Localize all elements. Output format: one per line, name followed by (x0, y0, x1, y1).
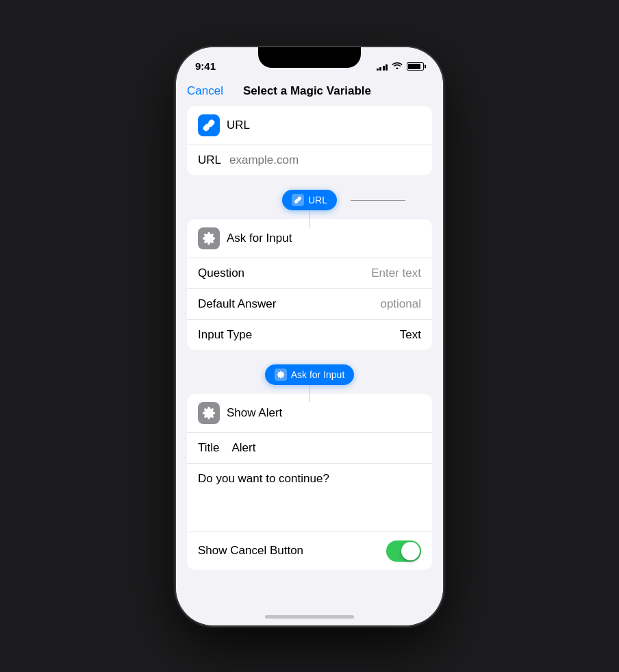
status-time: 9:41 (195, 60, 216, 72)
url-input-row: URL (187, 145, 432, 175)
cancel-button[interactable]: Cancel (187, 84, 223, 98)
phone-screen: 9:41 (176, 47, 443, 625)
toggle-thumb (401, 542, 420, 560)
show-cancel-button-label: Show Cancel Button (198, 544, 303, 558)
battery-fill (408, 64, 420, 69)
notch (258, 47, 361, 68)
wifi-icon (392, 61, 403, 71)
page-title: Select a Magic Variable (223, 84, 391, 98)
show-alert-title: Show Alert (227, 406, 282, 420)
battery-icon (407, 62, 424, 71)
default-answer-label: Default Answer (198, 297, 276, 311)
alert-title-row: Title Alert (187, 433, 432, 464)
url-card: URL URL (187, 106, 432, 175)
question-placeholder: Enter text (371, 266, 421, 280)
url-card-title: URL (227, 119, 250, 132)
phone-frame: 9:41 (176, 47, 443, 625)
link-icon (202, 119, 216, 132)
scroll-content[interactable]: URL URL (176, 106, 443, 625)
show-cancel-button-toggle[interactable] (386, 540, 421, 562)
status-icons (377, 61, 425, 71)
show-alert-card: Show Alert Title Alert Do you want to co… (187, 394, 432, 570)
alert-gear-icon (202, 406, 216, 420)
url-card-header: URL (187, 106, 432, 145)
ask-magic-var-container: Ask for Input (187, 361, 432, 388)
url-card-icon-badge (198, 114, 220, 136)
connector-line-right (351, 200, 405, 201)
ask-for-input-title: Ask for Input (227, 232, 292, 245)
gear-icon (202, 232, 216, 245)
question-label: Question (198, 266, 244, 280)
signal-bar-3 (383, 66, 385, 71)
url-bubble-label: URL (308, 195, 327, 206)
ask-magic-bubble[interactable]: Ask for Input (265, 364, 355, 385)
default-answer-row: Default Answer optional (187, 289, 432, 320)
show-alert-icon-badge (198, 402, 220, 424)
signal-bars-icon (377, 62, 388, 71)
input-type-row: Input Type Text (187, 320, 432, 350)
url-input[interactable] (229, 153, 421, 167)
input-type-label: Input Type (198, 328, 252, 342)
ask-for-input-card: Ask for Input Question Enter text Defaul… (187, 219, 432, 350)
show-cancel-button-row: Show Cancel Button (187, 532, 432, 570)
url-magic-var-container: URL (187, 186, 432, 214)
nav-bar: Cancel Select a Magic Variable (176, 82, 443, 106)
url-magic-bubble[interactable]: URL (282, 190, 337, 210)
url-bubble-icon (292, 194, 304, 206)
signal-bar-1 (377, 69, 379, 71)
ask-bubble-icon (275, 369, 287, 381)
ask-for-input-icon-badge (198, 227, 220, 249)
default-answer-placeholder: optional (380, 297, 421, 311)
url-label: URL (198, 153, 221, 167)
signal-bar-4 (386, 64, 388, 71)
alert-title-value: Alert (232, 441, 256, 455)
question-row: Question Enter text (187, 258, 432, 289)
alert-title-label: Title (198, 441, 220, 455)
home-indicator (265, 615, 354, 619)
signal-bar-2 (379, 67, 381, 71)
alert-message-row: Do you want to continue? (187, 464, 432, 532)
ask-bubble-label: Ask for Input (291, 369, 345, 380)
alert-message-text: Do you want to continue? (198, 472, 329, 485)
input-type-value: Text (400, 328, 421, 342)
